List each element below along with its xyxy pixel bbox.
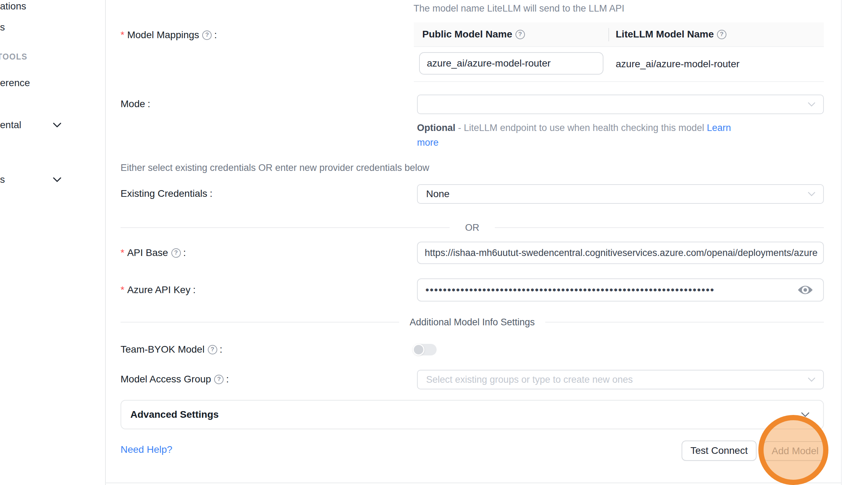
sidebar-item-label: ental xyxy=(0,119,21,131)
selected-value: None xyxy=(418,188,450,200)
help-question-icon[interactable]: ? xyxy=(515,30,525,39)
label-text: Existing Credentials xyxy=(121,188,207,199)
mode-select[interactable] xyxy=(417,95,824,114)
azure-api-key-label: * Azure API Key : xyxy=(121,283,196,297)
sidebar-item-truncated-2[interactable]: s xyxy=(0,20,5,34)
litellm-model-name-value: azure_ai/azure-model-router xyxy=(616,47,739,81)
header-text: Public Model Name xyxy=(422,29,512,40)
label-text: API Base xyxy=(127,247,168,258)
need-help-link[interactable]: Need Help? xyxy=(121,443,172,457)
label-text: Mode xyxy=(121,98,145,110)
header-text: LiteLLM Model Name xyxy=(616,29,714,40)
help-question-icon[interactable]: ? xyxy=(717,30,726,39)
help-question-icon[interactable]: ? xyxy=(214,375,224,384)
label-text: Team-BYOK Model xyxy=(121,344,205,355)
sidebar-item-truncated-4[interactable]: ental xyxy=(0,118,21,132)
chevron-down-icon xyxy=(808,377,815,382)
public-model-name-input[interactable] xyxy=(419,52,603,75)
divider-line xyxy=(121,322,399,323)
api-base-input[interactable] xyxy=(417,242,824,264)
add-model-page: ations s TOOLS erence ental s The model … xyxy=(0,0,868,485)
sidebar-item-truncated-3[interactable]: erence xyxy=(0,76,30,90)
help-question-icon[interactable]: ? xyxy=(202,30,212,40)
sidebar: ations s TOOLS erence ental s xyxy=(0,0,106,485)
sidebar-section-tools: TOOLS xyxy=(0,51,27,62)
team-byok-toggle[interactable] xyxy=(414,344,437,355)
team-byok-label: Team-BYOK Model ? : xyxy=(121,342,222,356)
label-text: Azure API Key xyxy=(127,284,191,296)
label-text: Model Mappings xyxy=(127,29,199,41)
credentials-note: Either select existing credentials OR en… xyxy=(121,161,429,174)
divider-line xyxy=(495,227,824,228)
select-placeholder: Select existing groups or type to create… xyxy=(418,374,633,385)
public-model-name-header: Public Model Name ? xyxy=(414,22,609,46)
or-divider: OR xyxy=(121,221,824,235)
table-header-row: Public Model Name ? LiteLLM Model Name ? xyxy=(414,22,824,47)
card-bottom-border xyxy=(105,483,842,483)
sidebar-item-label: s xyxy=(0,22,5,33)
model-access-group-select[interactable]: Select existing groups or type to create… xyxy=(417,370,824,389)
existing-credentials-label: Existing Credentials : xyxy=(121,187,212,201)
masked-password-value: ••••••••••••••••••••••••••••••••••••••••… xyxy=(425,279,790,301)
eye-icon[interactable] xyxy=(797,284,813,296)
divider-line xyxy=(545,322,824,323)
sidebar-item-truncated-1[interactable]: ations xyxy=(0,0,26,13)
label-colon: : xyxy=(220,344,223,355)
label-colon: : xyxy=(183,247,186,258)
chevron-down-icon[interactable] xyxy=(52,120,62,130)
help-question-icon[interactable]: ? xyxy=(171,248,181,258)
label-colon: : xyxy=(148,98,150,110)
help-question-icon[interactable]: ? xyxy=(208,345,217,354)
litellm-model-name-header: LiteLLM Model Name ? xyxy=(609,22,726,46)
header-column-divider xyxy=(608,28,609,41)
required-asterisk: * xyxy=(121,247,124,258)
divider-text: Additional Model Info Settings xyxy=(410,317,535,328)
add-model-button[interactable]: Add Model xyxy=(763,441,827,461)
label-colon: : xyxy=(210,188,212,199)
test-connect-button[interactable]: Test Connect xyxy=(682,441,757,461)
model-access-group-label: Model Access Group ? : xyxy=(121,372,229,386)
learn-more-link[interactable]: Learn xyxy=(707,123,731,133)
learn-more-link[interactable]: more xyxy=(417,137,439,148)
model-mappings-table: Public Model Name ? LiteLLM Model Name ?… xyxy=(414,22,824,82)
chevron-down-icon xyxy=(801,412,810,417)
label-colon: : xyxy=(214,29,217,41)
extra-text: - LiteLLM endpoint to use when health ch… xyxy=(456,123,707,133)
sidebar-item-label: erence xyxy=(0,77,30,89)
label-colon: : xyxy=(193,284,196,296)
existing-credentials-select[interactable]: None xyxy=(417,184,824,204)
advanced-settings-title: Advanced Settings xyxy=(121,409,219,420)
mode-extra-help: Optional - LiteLLM endpoint to use when … xyxy=(417,120,739,150)
sidebar-item-truncated-5[interactable]: s xyxy=(0,173,5,187)
sidebar-section-label: TOOLS xyxy=(0,52,27,62)
label-text: Model Access Group xyxy=(121,374,211,385)
chevron-down-icon xyxy=(808,102,815,107)
sidebar-item-label: s xyxy=(0,174,5,185)
model-name-helper-text: The model name LiteLLM will send to the … xyxy=(414,2,624,15)
advanced-settings-panel[interactable]: Advanced Settings xyxy=(121,400,824,429)
required-asterisk: * xyxy=(121,29,124,41)
divider-text: OR xyxy=(465,222,479,233)
additional-settings-divider: Additional Model Info Settings xyxy=(121,315,824,329)
azure-api-key-input[interactable]: ••••••••••••••••••••••••••••••••••••••••… xyxy=(417,278,824,302)
toggle-knob xyxy=(413,344,424,355)
chevron-down-icon xyxy=(808,192,815,196)
chevron-down-icon[interactable] xyxy=(52,174,62,185)
optional-emphasis: Optional xyxy=(417,123,456,133)
sidebar-item-label: ations xyxy=(0,1,26,12)
card-right-border xyxy=(841,0,842,485)
divider-line xyxy=(121,227,450,228)
table-row: azure_ai/azure-model-router xyxy=(414,47,824,82)
required-asterisk: * xyxy=(121,284,124,296)
api-base-label: * API Base ? : xyxy=(121,246,186,260)
mode-label: Mode : xyxy=(121,97,150,111)
model-mappings-label: * Model Mappings ? : xyxy=(121,28,217,42)
label-colon: : xyxy=(226,374,229,385)
